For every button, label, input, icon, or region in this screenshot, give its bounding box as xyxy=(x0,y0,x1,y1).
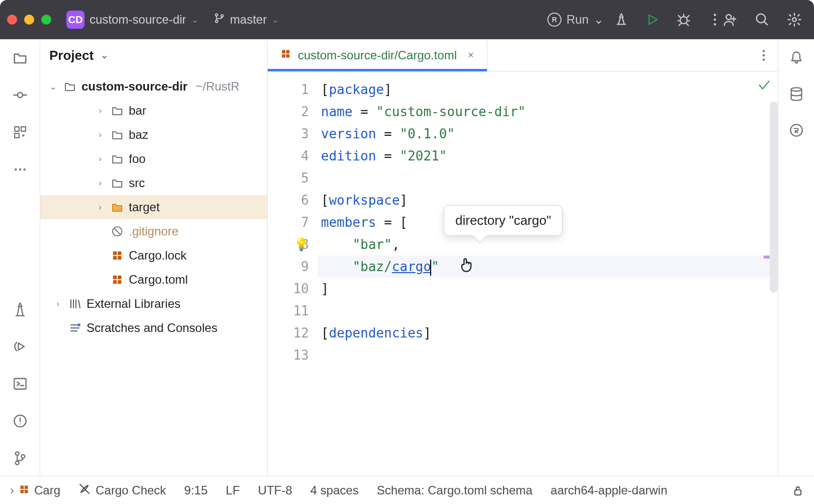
structure-tool-icon[interactable] xyxy=(12,124,29,141)
run-config-selector[interactable]: R Run ⌄ xyxy=(547,13,604,27)
run-icon[interactable] xyxy=(645,12,660,27)
run-tool-icon[interactable] xyxy=(12,338,29,355)
tree-root[interactable]: ⌄ custom-source-dir ~/RustR xyxy=(40,74,267,99)
project-panel-header[interactable]: Project ⌄ xyxy=(40,39,267,71)
project-name: custom-source-dir xyxy=(90,13,186,27)
svg-rect-29 xyxy=(118,256,121,260)
vcs-tool-icon[interactable] xyxy=(12,450,29,467)
tree-file-gitignore[interactable]: .gitignore xyxy=(40,219,267,243)
maximize-window-button[interactable] xyxy=(41,15,51,25)
svg-rect-30 xyxy=(113,276,117,279)
search-icon[interactable] xyxy=(755,12,770,27)
tab-actions-menu[interactable] xyxy=(750,39,778,71)
folder-excluded-icon xyxy=(111,202,124,212)
branch-icon xyxy=(214,12,225,28)
titlebar: CD custom-source-dir ⌄ master ⌄ R Run ⌄ xyxy=(0,0,814,39)
tree-item-label: External Libraries xyxy=(87,297,181,311)
svg-rect-48 xyxy=(795,490,801,495)
problems-tool-icon[interactable] xyxy=(12,412,29,430)
folder-icon xyxy=(111,154,124,164)
rust-file-icon xyxy=(281,49,291,62)
right-tool-rail xyxy=(778,39,814,476)
status-cargo[interactable]: › Carg xyxy=(10,483,60,497)
rust-file-icon xyxy=(111,250,124,261)
svg-point-4 xyxy=(714,14,716,16)
tree-item-label: bar xyxy=(129,104,146,118)
folder-icon xyxy=(111,178,124,188)
tree-folder-bar[interactable]: › bar xyxy=(40,99,267,123)
chevron-down-icon: ⌄ xyxy=(47,82,58,92)
path-link-cargo[interactable]: cargo xyxy=(392,259,431,274)
editor-scrollbar[interactable] xyxy=(770,102,778,293)
rust-icon: R xyxy=(547,13,561,27)
more-tools-icon[interactable] xyxy=(12,161,29,178)
rust-file-icon xyxy=(19,483,29,497)
status-line-ending[interactable]: LF xyxy=(226,483,240,497)
tree-item-label: Cargo.lock xyxy=(129,248,187,263)
commit-tool-icon[interactable] xyxy=(12,87,29,104)
tab-label: custom-source-dir/Cargo.toml xyxy=(298,48,457,62)
chevron-down-icon: ⌄ xyxy=(594,13,604,27)
folder-icon xyxy=(111,106,124,116)
rust-tool-icon[interactable] xyxy=(788,122,805,139)
main-body: Project ⌄ ⌄ custom-source-dir ~/RustR › … xyxy=(0,39,814,476)
inspection-ok-icon[interactable] xyxy=(758,78,771,94)
status-readonly-lock-icon[interactable] xyxy=(792,484,804,496)
minimize-window-button[interactable] xyxy=(24,15,34,25)
editor-area: custom-source-dir/Cargo.toml × 1 2 3 4 5… xyxy=(268,39,778,476)
build-tool-icon[interactable] xyxy=(12,301,29,318)
tree-external-libraries[interactable]: › External Libraries xyxy=(40,292,267,316)
tree-folder-baz[interactable]: › baz xyxy=(40,123,267,147)
svg-rect-26 xyxy=(113,251,117,255)
status-indent[interactable]: 4 spaces xyxy=(310,483,359,497)
tree-folder-foo[interactable]: › foo xyxy=(40,147,267,171)
chevron-right-icon: › xyxy=(95,154,106,163)
chevron-right-icon: › xyxy=(10,483,14,497)
tree-folder-target[interactable]: › target xyxy=(40,195,267,219)
svg-rect-38 xyxy=(286,54,290,57)
tree-file-cargo-lock[interactable]: Cargo.lock xyxy=(40,243,267,268)
svg-rect-28 xyxy=(113,256,117,260)
status-cargo-check[interactable]: Cargo Check xyxy=(78,483,166,498)
settings-icon[interactable] xyxy=(787,12,802,27)
run-label: Run xyxy=(566,13,589,27)
more-actions-icon[interactable] xyxy=(707,12,722,27)
project-tool-icon[interactable] xyxy=(12,49,29,66)
tree-file-cargo-toml[interactable]: Cargo.toml xyxy=(40,268,267,292)
close-window-button[interactable] xyxy=(7,15,17,25)
left-tool-rail xyxy=(0,39,40,476)
close-tab-icon[interactable]: × xyxy=(468,49,474,61)
project-badge: CD xyxy=(66,11,85,29)
code-with-me-icon[interactable] xyxy=(722,12,738,27)
database-icon[interactable] xyxy=(788,86,805,103)
tree-scratches[interactable]: Scratches and Consoles xyxy=(40,316,267,340)
terminal-tool-icon[interactable] xyxy=(12,375,29,392)
tree-root-name: custom-source-dir xyxy=(82,79,188,94)
editor-tabbar: custom-source-dir/Cargo.toml × xyxy=(268,39,778,71)
tree-item-label: .gitignore xyxy=(129,224,179,238)
svg-point-41 xyxy=(763,58,765,60)
quick-doc-tooltip: directory "cargo" xyxy=(444,205,562,236)
editor-tab-cargo-toml[interactable]: custom-source-dir/Cargo.toml × xyxy=(268,39,487,71)
code-content[interactable]: [package] name = "custom-source-dir" ver… xyxy=(318,71,778,476)
status-schema[interactable]: Schema: Cargo.toml schema xyxy=(377,483,532,497)
build-icon[interactable] xyxy=(614,12,629,27)
svg-point-34 xyxy=(77,323,80,326)
notifications-icon[interactable] xyxy=(788,49,805,66)
code-editor[interactable]: 1 2 3 4 5 6 7 8 9 10 11 12 13 [package] … xyxy=(268,71,778,476)
svg-point-42 xyxy=(791,88,801,91)
status-encoding[interactable]: UTF-8 xyxy=(258,483,292,497)
tooltip-text: directory "cargo" xyxy=(455,213,551,228)
status-cursor-position[interactable]: 9:15 xyxy=(184,483,208,497)
project-selector[interactable]: custom-source-dir ⌄ xyxy=(90,13,199,27)
branch-name: master xyxy=(230,13,267,27)
status-target[interactable]: aarch64-apple-darwin xyxy=(550,483,667,497)
folder-icon xyxy=(111,130,124,140)
svg-point-5 xyxy=(714,19,716,21)
chevron-down-icon: ⌄ xyxy=(191,14,199,25)
debug-icon[interactable] xyxy=(676,12,691,27)
tree-folder-src[interactable]: › src xyxy=(40,171,267,195)
branch-selector[interactable]: master ⌄ xyxy=(214,12,279,28)
chevron-right-icon: › xyxy=(52,299,63,308)
intention-bulb-icon[interactable]: 💡 xyxy=(294,233,309,256)
